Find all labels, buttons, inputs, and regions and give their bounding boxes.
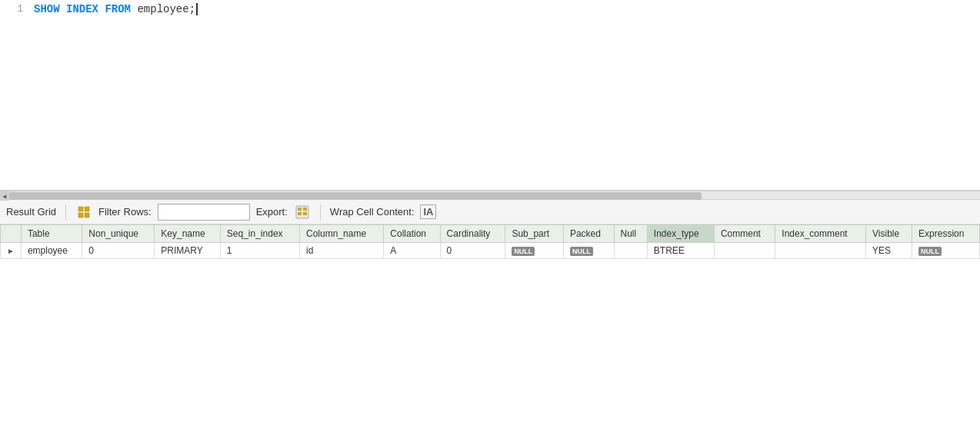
- col-header-seq-in-index[interactable]: Seq_in_index: [220, 225, 299, 243]
- cell-index-comment: [775, 243, 866, 259]
- svg-rect-8: [303, 212, 307, 215]
- cell-index-type: BTREE: [647, 243, 714, 259]
- col-header-null[interactable]: Null: [614, 225, 647, 243]
- cell-column-name: id: [300, 243, 384, 259]
- toolbar-divider-2: [320, 204, 321, 220]
- svg-rect-1: [85, 207, 89, 211]
- horizontal-scrollbar[interactable]: ◀: [0, 191, 980, 200]
- svg-rect-6: [303, 208, 307, 211]
- table-row[interactable]: ► employee 0 PRIMARY 1 id A 0 NULL NULL …: [1, 243, 980, 259]
- svg-rect-2: [78, 213, 83, 218]
- cell-expression: NULL: [912, 243, 980, 259]
- col-header-cardinality[interactable]: Cardinality: [440, 225, 505, 243]
- filter-rows-input[interactable]: [158, 204, 250, 221]
- grid-icon[interactable]: [75, 204, 92, 221]
- result-grid-label: Result Grid: [6, 206, 56, 218]
- code-content-1: SHOW INDEX FROM employee;: [31, 3, 198, 15]
- col-header-column-name[interactable]: Column_name: [300, 225, 384, 243]
- cell-seq-in-index: 1: [220, 243, 299, 259]
- col-header-sub-part[interactable]: Sub_part: [505, 225, 564, 243]
- row-arrow: ►: [1, 243, 22, 259]
- identifier-employee: employee;: [137, 3, 195, 15]
- line-number-1: 1: [0, 3, 31, 15]
- col-header-expression[interactable]: Expression: [912, 225, 980, 243]
- cell-comment: [714, 243, 775, 259]
- sql-editor[interactable]: 1 SHOW INDEX FROM employee;: [0, 0, 980, 191]
- filter-rows-label: Filter Rows:: [98, 206, 152, 218]
- data-table-wrapper[interactable]: Table Non_unique Key_name Seq_in_index C…: [0, 224, 980, 422]
- col-header-arrow: [1, 225, 22, 243]
- cell-null: [614, 243, 647, 259]
- export-label: Export:: [256, 206, 288, 218]
- col-header-packed[interactable]: Packed: [563, 225, 614, 243]
- scroll-left-arrow[interactable]: ◀: [0, 191, 9, 201]
- svg-rect-7: [298, 212, 302, 215]
- svg-rect-3: [85, 213, 89, 218]
- code-line-1: 1 SHOW INDEX FROM employee;: [0, 0, 980, 22]
- svg-rect-0: [78, 207, 83, 211]
- cell-key-name: PRIMARY: [155, 243, 221, 259]
- col-header-comment[interactable]: Comment: [714, 225, 775, 243]
- cell-visible: YES: [866, 243, 912, 259]
- null-badge-expression: NULL: [918, 247, 942, 256]
- ia-icon[interactable]: IA: [420, 204, 436, 219]
- scrollbar-thumb[interactable]: [9, 192, 702, 200]
- table-header-row: Table Non_unique Key_name Seq_in_index C…: [1, 225, 980, 243]
- col-header-visible[interactable]: Visible: [866, 225, 912, 243]
- export-icon[interactable]: [294, 204, 311, 221]
- results-panel: Result Grid Filter Rows: Export: W: [0, 200, 980, 422]
- cell-cardinality: 0: [440, 243, 505, 259]
- col-header-collation[interactable]: Collation: [384, 225, 440, 243]
- wrap-cell-content-label: Wrap Cell Content:: [330, 206, 415, 218]
- keyword-show: SHOW INDEX FROM: [34, 3, 137, 15]
- col-header-table[interactable]: Table: [21, 225, 82, 243]
- col-header-non-unique[interactable]: Non_unique: [82, 225, 155, 243]
- svg-rect-5: [298, 208, 302, 211]
- cursor: [196, 3, 198, 15]
- col-header-key-name[interactable]: Key_name: [155, 225, 221, 243]
- col-header-index-type[interactable]: Index_type: [647, 225, 714, 243]
- cell-non-unique: 0: [82, 243, 155, 259]
- cell-table: employee: [21, 243, 82, 259]
- cell-packed: NULL: [563, 243, 614, 259]
- cell-sub-part: NULL: [505, 243, 564, 259]
- null-badge-packed: NULL: [570, 247, 593, 256]
- null-badge-sub-part: NULL: [512, 247, 535, 256]
- cell-collation: A: [384, 243, 440, 259]
- result-toolbar: Result Grid Filter Rows: Export: W: [0, 200, 980, 224]
- col-header-index-comment[interactable]: Index_comment: [775, 225, 866, 243]
- toolbar-divider-1: [65, 204, 66, 220]
- result-table: Table Non_unique Key_name Seq_in_index C…: [0, 224, 980, 259]
